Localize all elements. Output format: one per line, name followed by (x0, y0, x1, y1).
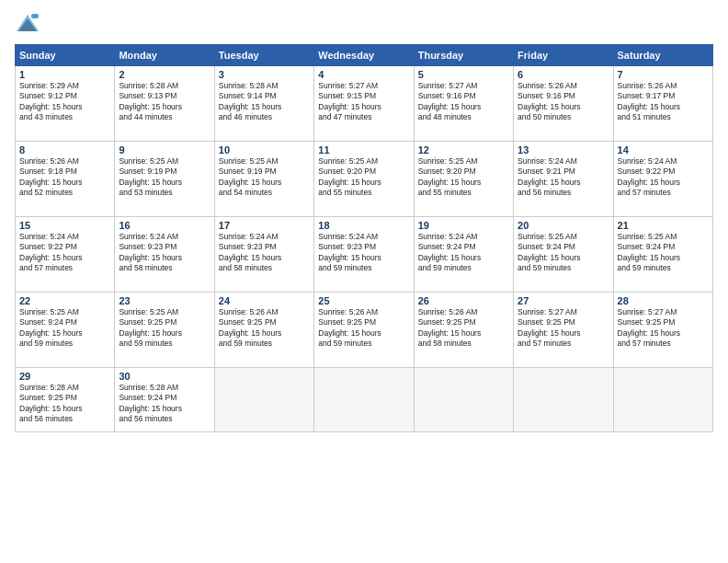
page: Sunday Monday Tuesday Wednesday Thursday… (0, 0, 728, 563)
day-info: Sunrise: 5:27 AM Sunset: 9:25 PM Dayligh… (518, 307, 609, 350)
day-number: 11 (318, 144, 409, 155)
table-row: 15 Sunrise: 5:24 AM Sunset: 9:22 PM Dayl… (16, 217, 115, 293)
col-thursday: Thursday (414, 45, 513, 66)
table-row: 29 Sunrise: 5:28 AM Sunset: 9:25 PM Dayl… (16, 368, 115, 432)
day-number: 7 (618, 69, 709, 80)
table-row (613, 368, 712, 432)
day-number: 17 (219, 220, 310, 231)
table-row: 4 Sunrise: 5:27 AM Sunset: 9:15 PM Dayli… (314, 66, 414, 142)
day-info: Sunrise: 5:25 AM Sunset: 9:19 PM Dayligh… (119, 156, 210, 199)
table-row: 8 Sunrise: 5:26 AM Sunset: 9:18 PM Dayli… (16, 142, 115, 217)
day-number: 25 (318, 295, 409, 306)
svg-rect-3 (31, 14, 39, 18)
table-row: 10 Sunrise: 5:25 AM Sunset: 9:19 PM Dayl… (214, 142, 313, 217)
day-number: 1 (19, 69, 110, 80)
col-saturday: Saturday (613, 45, 712, 66)
day-number: 3 (219, 69, 310, 80)
table-row: 7 Sunrise: 5:26 AM Sunset: 9:17 PM Dayli… (613, 66, 712, 142)
table-row: 22 Sunrise: 5:25 AM Sunset: 9:24 PM Dayl… (16, 293, 115, 368)
day-info: Sunrise: 5:24 AM Sunset: 9:23 PM Dayligh… (219, 232, 310, 274)
table-row: 14 Sunrise: 5:24 AM Sunset: 9:22 PM Dayl… (613, 142, 712, 217)
day-info: Sunrise: 5:25 AM Sunset: 9:24 PM Dayligh… (518, 232, 609, 274)
table-row: 25 Sunrise: 5:26 AM Sunset: 9:25 PM Dayl… (314, 293, 414, 368)
col-sunday: Sunday (16, 45, 115, 66)
table-row: 5 Sunrise: 5:27 AM Sunset: 9:16 PM Dayli… (414, 66, 513, 142)
day-number: 14 (618, 144, 709, 155)
logo-icon (15, 11, 40, 37)
day-number: 4 (318, 69, 409, 80)
table-row: 1 Sunrise: 5:29 AM Sunset: 9:12 PM Dayli… (16, 66, 115, 142)
table-row: 13 Sunrise: 5:24 AM Sunset: 9:21 PM Dayl… (514, 142, 613, 217)
day-number: 15 (19, 220, 110, 231)
table-row: 21 Sunrise: 5:25 AM Sunset: 9:24 PM Dayl… (613, 217, 712, 293)
day-number: 20 (518, 220, 609, 231)
day-number: 29 (19, 371, 110, 382)
day-info: Sunrise: 5:24 AM Sunset: 9:22 PM Dayligh… (618, 156, 709, 199)
day-info: Sunrise: 5:25 AM Sunset: 9:24 PM Dayligh… (19, 307, 110, 350)
logo (15, 11, 44, 37)
day-info: Sunrise: 5:28 AM Sunset: 9:24 PM Dayligh… (119, 383, 210, 425)
day-info: Sunrise: 5:27 AM Sunset: 9:16 PM Dayligh… (418, 81, 509, 123)
weekday-header-row: Sunday Monday Tuesday Wednesday Thursday… (16, 45, 713, 66)
day-number: 27 (518, 295, 609, 306)
day-info: Sunrise: 5:25 AM Sunset: 9:25 PM Dayligh… (119, 307, 210, 350)
col-monday: Monday (115, 45, 214, 66)
day-number: 5 (418, 69, 509, 80)
col-tuesday: Tuesday (214, 45, 313, 66)
day-info: Sunrise: 5:24 AM Sunset: 9:23 PM Dayligh… (119, 232, 210, 274)
day-info: Sunrise: 5:26 AM Sunset: 9:17 PM Dayligh… (618, 81, 709, 123)
table-row: 11 Sunrise: 5:25 AM Sunset: 9:20 PM Dayl… (314, 142, 414, 217)
table-row: 26 Sunrise: 5:26 AM Sunset: 9:25 PM Dayl… (414, 293, 513, 368)
table-row: 6 Sunrise: 5:26 AM Sunset: 9:16 PM Dayli… (514, 66, 613, 142)
day-info: Sunrise: 5:27 AM Sunset: 9:25 PM Dayligh… (618, 307, 709, 350)
day-number: 21 (618, 220, 709, 231)
day-info: Sunrise: 5:29 AM Sunset: 9:12 PM Dayligh… (19, 81, 110, 123)
day-info: Sunrise: 5:24 AM Sunset: 9:22 PM Dayligh… (19, 232, 110, 274)
col-wednesday: Wednesday (314, 45, 414, 66)
day-number: 6 (518, 69, 609, 80)
table-row (314, 368, 414, 432)
day-number: 10 (219, 144, 310, 155)
calendar: Sunday Monday Tuesday Wednesday Thursday… (15, 44, 713, 432)
day-info: Sunrise: 5:24 AM Sunset: 9:24 PM Dayligh… (418, 232, 509, 274)
col-friday: Friday (514, 45, 613, 66)
table-row: 27 Sunrise: 5:27 AM Sunset: 9:25 PM Dayl… (514, 293, 613, 368)
day-number: 22 (19, 295, 110, 306)
day-info: Sunrise: 5:25 AM Sunset: 9:20 PM Dayligh… (318, 156, 409, 199)
header (15, 11, 713, 37)
table-row: 24 Sunrise: 5:26 AM Sunset: 9:25 PM Dayl… (214, 293, 313, 368)
day-info: Sunrise: 5:28 AM Sunset: 9:13 PM Dayligh… (119, 81, 210, 123)
table-row (414, 368, 513, 432)
day-number: 28 (618, 295, 709, 306)
day-number: 16 (119, 220, 210, 231)
day-info: Sunrise: 5:27 AM Sunset: 9:15 PM Dayligh… (318, 81, 409, 123)
table-row: 28 Sunrise: 5:27 AM Sunset: 9:25 PM Dayl… (613, 293, 712, 368)
day-info: Sunrise: 5:25 AM Sunset: 9:20 PM Dayligh… (418, 156, 509, 199)
day-info: Sunrise: 5:28 AM Sunset: 9:14 PM Dayligh… (219, 81, 310, 123)
day-number: 24 (219, 295, 310, 306)
day-number: 30 (119, 371, 210, 382)
table-row: 3 Sunrise: 5:28 AM Sunset: 9:14 PM Dayli… (214, 66, 313, 142)
day-info: Sunrise: 5:25 AM Sunset: 9:24 PM Dayligh… (618, 232, 709, 274)
day-info: Sunrise: 5:26 AM Sunset: 9:18 PM Dayligh… (19, 156, 110, 199)
day-info: Sunrise: 5:26 AM Sunset: 9:16 PM Dayligh… (518, 81, 609, 123)
day-info: Sunrise: 5:26 AM Sunset: 9:25 PM Dayligh… (318, 307, 409, 350)
day-number: 9 (119, 144, 210, 155)
table-row: 19 Sunrise: 5:24 AM Sunset: 9:24 PM Dayl… (414, 217, 513, 293)
table-row: 18 Sunrise: 5:24 AM Sunset: 9:23 PM Dayl… (314, 217, 414, 293)
day-number: 19 (418, 220, 509, 231)
table-row: 16 Sunrise: 5:24 AM Sunset: 9:23 PM Dayl… (115, 217, 214, 293)
day-number: 2 (119, 69, 210, 80)
table-row: 17 Sunrise: 5:24 AM Sunset: 9:23 PM Dayl… (214, 217, 313, 293)
table-row: 20 Sunrise: 5:25 AM Sunset: 9:24 PM Dayl… (514, 217, 613, 293)
table-row: 2 Sunrise: 5:28 AM Sunset: 9:13 PM Dayli… (115, 66, 214, 142)
day-number: 13 (518, 144, 609, 155)
day-info: Sunrise: 5:26 AM Sunset: 9:25 PM Dayligh… (418, 307, 509, 350)
day-number: 18 (318, 220, 409, 231)
day-info: Sunrise: 5:24 AM Sunset: 9:21 PM Dayligh… (518, 156, 609, 199)
day-number: 12 (418, 144, 509, 155)
table-row: 12 Sunrise: 5:25 AM Sunset: 9:20 PM Dayl… (414, 142, 513, 217)
table-row: 30 Sunrise: 5:28 AM Sunset: 9:24 PM Dayl… (115, 368, 214, 432)
table-row (214, 368, 313, 432)
table-row (514, 368, 613, 432)
